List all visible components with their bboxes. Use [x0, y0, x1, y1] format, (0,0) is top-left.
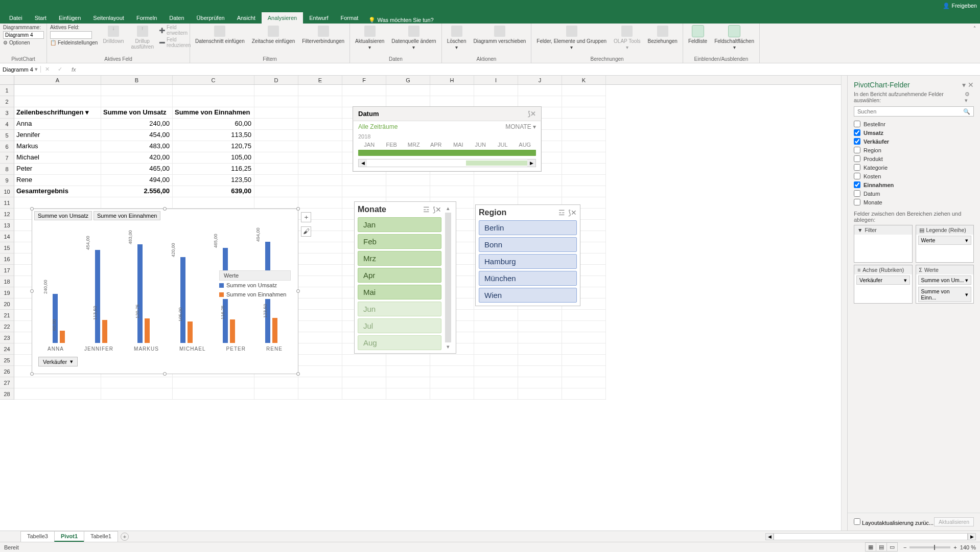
field-list-button[interactable]: Feldliste	[686, 25, 709, 45]
field-checkbox[interactable]: Verkäufer	[854, 137, 974, 146]
area-values[interactable]: Σ Werte Summe von Um...▾ Summe von Einn.…	[916, 265, 974, 304]
cell[interactable]: 105,00	[173, 153, 251, 161]
field-checkbox[interactable]: Umsatz	[854, 128, 974, 137]
timeline-slicer[interactable]: Datum ⟆✕ Alle Zeiträume MONATE ▾ 2018 JA…	[353, 106, 542, 172]
timeline-selection-bar[interactable]	[358, 150, 536, 156]
scrollbar-thumb[interactable]	[445, 213, 451, 342]
field-search[interactable]: 🔍	[854, 106, 974, 117]
row-header[interactable]: 12	[0, 209, 14, 220]
cell[interactable]: Zeilenbeschriftungen ▾	[16, 108, 99, 116]
chart-styles-button[interactable]: 🖌	[301, 226, 311, 237]
resize-handle[interactable]	[30, 207, 34, 211]
row-header[interactable]: 20	[0, 298, 14, 310]
collapse-field-button[interactable]: ➖ Feld reduzieren	[159, 37, 191, 48]
tab-einfügen[interactable]: Einfügen	[53, 12, 87, 24]
area-item[interactable]: Summe von Einn...▾	[918, 287, 972, 302]
col-header-J[interactable]: J	[518, 76, 562, 84]
field-checkbox[interactable]: Kategorie	[854, 163, 974, 172]
chart-field-button[interactable]: Summe von Umsatz	[34, 211, 92, 220]
cell[interactable]: Michael	[16, 153, 39, 161]
row-header[interactable]: 28	[0, 388, 14, 400]
slicer-item[interactable]: Feb	[358, 234, 441, 249]
cell[interactable]: 483,00	[101, 142, 170, 150]
resize-handle[interactable]	[30, 372, 34, 376]
cell[interactable]: 116,25	[173, 165, 251, 172]
row-header[interactable]: 5	[0, 130, 14, 141]
cell[interactable]: 454,00	[101, 131, 170, 139]
column-headers[interactable]: ABCDEFGHIJK	[14, 76, 841, 85]
scroll-right-icon[interactable]: ▶	[527, 159, 535, 167]
row-header[interactable]: 10	[0, 186, 14, 197]
row-header[interactable]: 9	[0, 175, 14, 186]
tab-überprüfen[interactable]: Überprüfen	[191, 12, 231, 24]
cell[interactable]: Rene	[16, 176, 32, 183]
field-checkbox[interactable]: Monate	[854, 198, 974, 206]
field-checkbox[interactable]: Datum	[854, 189, 974, 198]
fx-icon[interactable]: fx	[66, 66, 81, 73]
cancel-icon[interactable]: ✕	[41, 66, 54, 73]
slicer-item[interactable]: Jan	[358, 217, 441, 232]
tab-daten[interactable]: Daten	[163, 12, 190, 24]
cell[interactable]: Jennifer	[16, 131, 40, 139]
search-input[interactable]	[854, 107, 960, 116]
new-sheet-button[interactable]: +	[121, 533, 129, 541]
update-button[interactable]: Aktualisieren	[934, 517, 974, 526]
change-source-button[interactable]: Datenquelle ändern ▾	[389, 25, 438, 51]
scroll-down-icon[interactable]: ▾	[447, 343, 450, 350]
relationships-button[interactable]: Beziehungen	[646, 25, 680, 45]
slicer-item[interactable]: Wien	[479, 288, 577, 303]
tab-start[interactable]: Start	[29, 12, 53, 24]
row-headers[interactable]: 1234567891011121314151617181920212223242…	[0, 85, 14, 400]
slicer-item[interactable]: Aug	[358, 335, 441, 350]
tab-analysieren[interactable]: Analysieren	[262, 12, 303, 24]
clear-filter-icon[interactable]: ⟆✕	[528, 110, 536, 118]
row-header[interactable]: 19	[0, 287, 14, 298]
sheet-tab[interactable]: Pivot1	[54, 531, 84, 542]
share-button[interactable]: 👤 Freigeben	[943, 3, 977, 9]
multiselect-icon[interactable]: ☲	[423, 205, 430, 214]
scroll-thumb[interactable]	[466, 160, 527, 166]
tab-entwurf[interactable]: Entwurf	[303, 12, 334, 24]
col-header-G[interactable]: G	[386, 76, 430, 84]
resize-handle[interactable]	[296, 289, 300, 293]
confirm-icon[interactable]: ✓	[54, 66, 66, 73]
col-header-C[interactable]: C	[173, 76, 254, 84]
zoom-control[interactable]: −+ 140 %	[903, 544, 976, 550]
chart-name-input[interactable]	[3, 31, 44, 39]
clear-button[interactable]: Löschen ▾	[445, 25, 469, 51]
resize-handle[interactable]	[163, 372, 167, 376]
row-header[interactable]: 16	[0, 254, 14, 265]
slicer-item[interactable]: Berlin	[479, 220, 577, 235]
field-checkbox[interactable]: Produkt	[854, 154, 974, 163]
row-header[interactable]: 23	[0, 332, 14, 343]
cell[interactable]: 113,50	[173, 131, 251, 139]
field-checkbox[interactable]: Region	[854, 146, 974, 154]
horizontal-scrollbar[interactable]: ◀ ▶	[765, 533, 976, 540]
scroll-left-icon[interactable]: ◀	[359, 159, 367, 167]
cell[interactable]: 420,00	[101, 153, 170, 161]
slicer-item[interactable]: Hamburg	[479, 254, 577, 269]
cell[interactable]: 494,00	[101, 176, 170, 183]
row-header[interactable]: 26	[0, 366, 14, 377]
options-button[interactable]: ⚙ Optionen	[3, 40, 43, 45]
chart-add-element-button[interactable]: ＋	[301, 212, 311, 222]
row-header[interactable]: 25	[0, 355, 14, 366]
cell[interactable]: 60,00	[173, 120, 251, 127]
clear-filter-icon[interactable]: ⟆✕	[568, 209, 577, 217]
slicer-item[interactable]: Mai	[358, 285, 441, 300]
slicer-item[interactable]: Jul	[358, 318, 441, 333]
cell[interactable]: Markus	[16, 142, 38, 150]
timeline-scrollbar[interactable]: ◀ ▶	[358, 159, 536, 167]
select-all-corner[interactable]	[0, 76, 14, 85]
field-checkbox[interactable]: Einnahmen	[854, 180, 974, 189]
scroll-right-icon[interactable]: ▶	[968, 533, 976, 540]
slicer-item[interactable]: München	[479, 271, 577, 286]
chart-legend[interactable]: Werte Summe von Umsatz Summe von Einnahm…	[219, 270, 291, 299]
panel-settings-icon[interactable]: ▾	[962, 81, 966, 89]
row-header[interactable]: 15	[0, 242, 14, 254]
slicer-item[interactable]: Mrz	[358, 251, 441, 266]
multiselect-icon[interactable]: ☲	[558, 209, 565, 217]
cell[interactable]: Anna	[16, 120, 32, 127]
drilldown-button[interactable]: ↓Drilldown	[101, 25, 126, 45]
defer-layout-checkbox[interactable]: Layoutaktualisierung zurüc...	[854, 518, 934, 526]
